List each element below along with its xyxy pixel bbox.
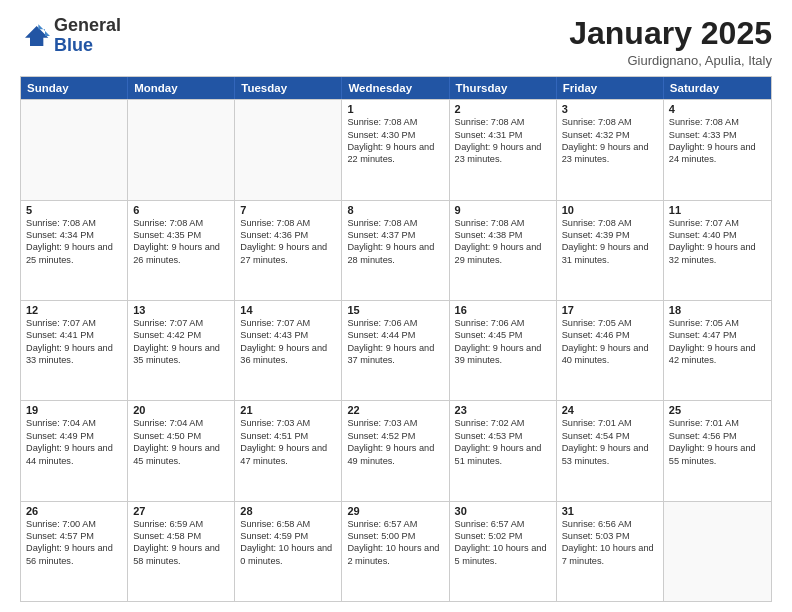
day-number: 5 bbox=[26, 204, 122, 216]
cell-info: Sunrise: 7:08 AMSunset: 4:35 PMDaylight:… bbox=[133, 217, 229, 267]
day-number: 6 bbox=[133, 204, 229, 216]
day-number: 28 bbox=[240, 505, 336, 517]
calendar-body: 1Sunrise: 7:08 AMSunset: 4:30 PMDaylight… bbox=[21, 99, 771, 601]
cal-cell-21: 21Sunrise: 7:03 AMSunset: 4:51 PMDayligh… bbox=[235, 401, 342, 500]
day-number: 20 bbox=[133, 404, 229, 416]
cell-info: Sunrise: 7:01 AMSunset: 4:56 PMDaylight:… bbox=[669, 417, 766, 467]
calendar-row-3: 12Sunrise: 7:07 AMSunset: 4:41 PMDayligh… bbox=[21, 300, 771, 400]
cal-cell-empty-2 bbox=[235, 100, 342, 199]
day-number: 14 bbox=[240, 304, 336, 316]
header-day-saturday: Saturday bbox=[664, 77, 771, 99]
calendar: SundayMondayTuesdayWednesdayThursdayFrid… bbox=[20, 76, 772, 602]
day-number: 11 bbox=[669, 204, 766, 216]
calendar-row-2: 5Sunrise: 7:08 AMSunset: 4:34 PMDaylight… bbox=[21, 200, 771, 300]
day-number: 9 bbox=[455, 204, 551, 216]
day-number: 15 bbox=[347, 304, 443, 316]
header-day-thursday: Thursday bbox=[450, 77, 557, 99]
cal-cell-11: 11Sunrise: 7:07 AMSunset: 4:40 PMDayligh… bbox=[664, 201, 771, 300]
cal-cell-6: 6Sunrise: 7:08 AMSunset: 4:35 PMDaylight… bbox=[128, 201, 235, 300]
cal-cell-8: 8Sunrise: 7:08 AMSunset: 4:37 PMDaylight… bbox=[342, 201, 449, 300]
cell-info: Sunrise: 7:06 AMSunset: 4:44 PMDaylight:… bbox=[347, 317, 443, 367]
day-number: 7 bbox=[240, 204, 336, 216]
cal-cell-13: 13Sunrise: 7:07 AMSunset: 4:42 PMDayligh… bbox=[128, 301, 235, 400]
cell-info: Sunrise: 7:08 AMSunset: 4:30 PMDaylight:… bbox=[347, 116, 443, 166]
cell-info: Sunrise: 7:08 AMSunset: 4:37 PMDaylight:… bbox=[347, 217, 443, 267]
day-number: 23 bbox=[455, 404, 551, 416]
cal-cell-19: 19Sunrise: 7:04 AMSunset: 4:49 PMDayligh… bbox=[21, 401, 128, 500]
cal-cell-20: 20Sunrise: 7:04 AMSunset: 4:50 PMDayligh… bbox=[128, 401, 235, 500]
cal-cell-22: 22Sunrise: 7:03 AMSunset: 4:52 PMDayligh… bbox=[342, 401, 449, 500]
day-number: 25 bbox=[669, 404, 766, 416]
day-number: 16 bbox=[455, 304, 551, 316]
day-number: 13 bbox=[133, 304, 229, 316]
day-number: 12 bbox=[26, 304, 122, 316]
cal-cell-31: 31Sunrise: 6:56 AMSunset: 5:03 PMDayligh… bbox=[557, 502, 664, 601]
day-number: 27 bbox=[133, 505, 229, 517]
cell-info: Sunrise: 7:08 AMSunset: 4:33 PMDaylight:… bbox=[669, 116, 766, 166]
cell-info: Sunrise: 7:08 AMSunset: 4:39 PMDaylight:… bbox=[562, 217, 658, 267]
cal-cell-28: 28Sunrise: 6:58 AMSunset: 4:59 PMDayligh… bbox=[235, 502, 342, 601]
cal-cell-15: 15Sunrise: 7:06 AMSunset: 4:44 PMDayligh… bbox=[342, 301, 449, 400]
cell-info: Sunrise: 6:58 AMSunset: 4:59 PMDaylight:… bbox=[240, 518, 336, 568]
cell-info: Sunrise: 7:02 AMSunset: 4:53 PMDaylight:… bbox=[455, 417, 551, 467]
cell-info: Sunrise: 7:05 AMSunset: 4:47 PMDaylight:… bbox=[669, 317, 766, 367]
cal-cell-7: 7Sunrise: 7:08 AMSunset: 4:36 PMDaylight… bbox=[235, 201, 342, 300]
day-number: 21 bbox=[240, 404, 336, 416]
day-number: 2 bbox=[455, 103, 551, 115]
cal-cell-12: 12Sunrise: 7:07 AMSunset: 4:41 PMDayligh… bbox=[21, 301, 128, 400]
day-number: 24 bbox=[562, 404, 658, 416]
page: General Blue January 2025 Giurdignano, A… bbox=[0, 0, 792, 612]
cal-cell-27: 27Sunrise: 6:59 AMSunset: 4:58 PMDayligh… bbox=[128, 502, 235, 601]
header-day-tuesday: Tuesday bbox=[235, 77, 342, 99]
cell-info: Sunrise: 7:08 AMSunset: 4:38 PMDaylight:… bbox=[455, 217, 551, 267]
cal-cell-empty-1 bbox=[128, 100, 235, 199]
cal-cell-25: 25Sunrise: 7:01 AMSunset: 4:56 PMDayligh… bbox=[664, 401, 771, 500]
calendar-row-4: 19Sunrise: 7:04 AMSunset: 4:49 PMDayligh… bbox=[21, 400, 771, 500]
cal-cell-9: 9Sunrise: 7:08 AMSunset: 4:38 PMDaylight… bbox=[450, 201, 557, 300]
cal-cell-empty-6 bbox=[664, 502, 771, 601]
day-number: 18 bbox=[669, 304, 766, 316]
cell-info: Sunrise: 7:03 AMSunset: 4:52 PMDaylight:… bbox=[347, 417, 443, 467]
cal-cell-17: 17Sunrise: 7:05 AMSunset: 4:46 PMDayligh… bbox=[557, 301, 664, 400]
cell-info: Sunrise: 6:57 AMSunset: 5:00 PMDaylight:… bbox=[347, 518, 443, 568]
cell-info: Sunrise: 7:08 AMSunset: 4:32 PMDaylight:… bbox=[562, 116, 658, 166]
cell-info: Sunrise: 7:05 AMSunset: 4:46 PMDaylight:… bbox=[562, 317, 658, 367]
cell-info: Sunrise: 7:04 AMSunset: 4:50 PMDaylight:… bbox=[133, 417, 229, 467]
day-number: 26 bbox=[26, 505, 122, 517]
header-day-sunday: Sunday bbox=[21, 77, 128, 99]
cal-cell-4: 4Sunrise: 7:08 AMSunset: 4:33 PMDaylight… bbox=[664, 100, 771, 199]
month-title: January 2025 bbox=[569, 16, 772, 51]
title-block: January 2025 Giurdignano, Apulia, Italy bbox=[569, 16, 772, 68]
day-number: 3 bbox=[562, 103, 658, 115]
cal-cell-1: 1Sunrise: 7:08 AMSunset: 4:30 PMDaylight… bbox=[342, 100, 449, 199]
cell-info: Sunrise: 7:08 AMSunset: 4:34 PMDaylight:… bbox=[26, 217, 122, 267]
cell-info: Sunrise: 6:56 AMSunset: 5:03 PMDaylight:… bbox=[562, 518, 658, 568]
cal-cell-30: 30Sunrise: 6:57 AMSunset: 5:02 PMDayligh… bbox=[450, 502, 557, 601]
cell-info: Sunrise: 7:01 AMSunset: 4:54 PMDaylight:… bbox=[562, 417, 658, 467]
cell-info: Sunrise: 7:08 AMSunset: 4:31 PMDaylight:… bbox=[455, 116, 551, 166]
cell-info: Sunrise: 7:07 AMSunset: 4:41 PMDaylight:… bbox=[26, 317, 122, 367]
cal-cell-29: 29Sunrise: 6:57 AMSunset: 5:00 PMDayligh… bbox=[342, 502, 449, 601]
cell-info: Sunrise: 7:03 AMSunset: 4:51 PMDaylight:… bbox=[240, 417, 336, 467]
day-number: 17 bbox=[562, 304, 658, 316]
cell-info: Sunrise: 7:07 AMSunset: 4:40 PMDaylight:… bbox=[669, 217, 766, 267]
cal-cell-14: 14Sunrise: 7:07 AMSunset: 4:43 PMDayligh… bbox=[235, 301, 342, 400]
calendar-header: SundayMondayTuesdayWednesdayThursdayFrid… bbox=[21, 77, 771, 99]
cell-info: Sunrise: 7:04 AMSunset: 4:49 PMDaylight:… bbox=[26, 417, 122, 467]
day-number: 19 bbox=[26, 404, 122, 416]
cell-info: Sunrise: 7:06 AMSunset: 4:45 PMDaylight:… bbox=[455, 317, 551, 367]
cell-info: Sunrise: 6:57 AMSunset: 5:02 PMDaylight:… bbox=[455, 518, 551, 568]
svg-marker-0 bbox=[25, 26, 48, 46]
cal-cell-10: 10Sunrise: 7:08 AMSunset: 4:39 PMDayligh… bbox=[557, 201, 664, 300]
cal-cell-3: 3Sunrise: 7:08 AMSunset: 4:32 PMDaylight… bbox=[557, 100, 664, 199]
day-number: 22 bbox=[347, 404, 443, 416]
header-day-wednesday: Wednesday bbox=[342, 77, 449, 99]
cal-cell-empty-0 bbox=[21, 100, 128, 199]
calendar-row-5: 26Sunrise: 7:00 AMSunset: 4:57 PMDayligh… bbox=[21, 501, 771, 601]
cell-info: Sunrise: 7:07 AMSunset: 4:43 PMDaylight:… bbox=[240, 317, 336, 367]
cell-info: Sunrise: 7:08 AMSunset: 4:36 PMDaylight:… bbox=[240, 217, 336, 267]
logo-text: General Blue bbox=[54, 16, 121, 56]
logo-icon bbox=[20, 21, 50, 51]
day-number: 1 bbox=[347, 103, 443, 115]
cell-info: Sunrise: 7:00 AMSunset: 4:57 PMDaylight:… bbox=[26, 518, 122, 568]
